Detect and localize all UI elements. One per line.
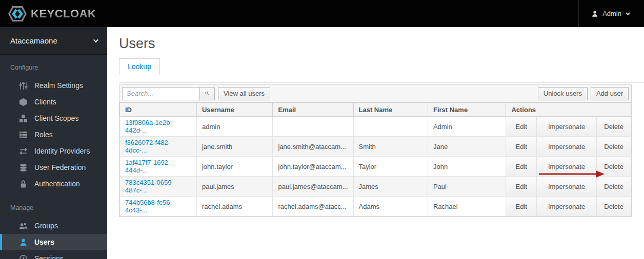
cell-lastname — [353, 117, 428, 137]
search-button[interactable] — [199, 87, 215, 100]
cell-email: john.taylor@ataccam... — [273, 157, 353, 177]
edit-action[interactable]: Edit — [506, 137, 537, 157]
edit-action[interactable]: Edit — [506, 197, 537, 217]
users-table-block: View all users Unlock users Add user ID … — [119, 84, 632, 217]
page-title: Users — [119, 36, 644, 52]
delete-action[interactable]: Delete — [597, 117, 631, 137]
cell-firstname: Jane — [428, 137, 506, 157]
sidebar-item-groups[interactable]: Groups — [0, 218, 107, 234]
user-id-link[interactable]: 1af417f7-1692-444d-... — [125, 159, 170, 174]
database-icon — [19, 163, 28, 172]
realm-selector[interactable]: Ataccamaone — [0, 27, 107, 55]
cell-lastname: James — [353, 177, 428, 197]
sidebar: Ataccamaone Configure Realm Settings Cli… — [0, 27, 107, 259]
impersonate-action[interactable]: Impersonate — [536, 137, 596, 157]
sidebar-item-identity-providers[interactable]: Identity Providers — [0, 143, 107, 159]
realm-name: Ataccamaone — [10, 36, 57, 45]
table-toolbar: View all users Unlock users Add user — [119, 85, 631, 102]
table-row: 1af417f7-1692-444d-... john.taylor john.… — [120, 157, 631, 177]
sidebar-item-label: Authentication — [34, 180, 80, 188]
edit-action[interactable]: Edit — [506, 157, 537, 177]
user-menu[interactable]: Admin — [578, 0, 644, 27]
chevron-down-icon — [93, 37, 98, 42]
sidebar-item-label: User Federation — [34, 163, 86, 171]
user-id-link[interactable]: f3626072-f482-4dcc-... — [125, 139, 170, 154]
impersonate-action[interactable]: Impersonate — [536, 197, 596, 217]
tabs-divider — [119, 82, 644, 83]
cell-email: jane.smith@ataccam... — [273, 137, 353, 157]
delete-action[interactable]: Delete — [597, 177, 631, 197]
sidebar-item-label: Identity Providers — [34, 147, 90, 155]
sidebar-item-users[interactable]: Users — [0, 234, 107, 250]
search-icon — [205, 90, 209, 97]
sidebar-item-user-federation[interactable]: User Federation — [0, 159, 107, 176]
impersonate-action[interactable]: Impersonate — [536, 177, 596, 197]
edit-action[interactable]: Edit — [506, 117, 537, 137]
col-header-lastname: Last Name — [353, 103, 428, 117]
table-row: 744b56b8-fe56-4c43-... rachel.adams rach… — [120, 197, 631, 217]
keycloak-logo-icon — [7, 5, 28, 23]
sidebar-item-label: Users — [34, 238, 54, 246]
search-input[interactable] — [122, 87, 200, 100]
cell-lastname: Taylor — [353, 157, 428, 177]
users-table: ID Username Email Last Name First Name A… — [119, 102, 631, 217]
impersonate-action[interactable]: Impersonate — [536, 157, 596, 177]
add-user-button[interactable]: Add user — [591, 87, 629, 100]
sidebar-item-label: Realm Settings — [34, 81, 83, 90]
table-row: 783c4351-0659-487c-... paul.james paul.j… — [120, 177, 631, 197]
chevron-down-icon — [626, 11, 630, 15]
cell-lastname: Smith — [353, 137, 428, 157]
sidebar-item-clients[interactable]: Clients — [0, 94, 107, 110]
cube-icon — [19, 98, 28, 106]
sidebar-item-label: Clients — [34, 98, 56, 106]
tab-bar: Lookup — [119, 58, 644, 75]
col-header-actions: Actions — [506, 103, 631, 117]
user-id-link[interactable]: 783c4351-0659-487c-... — [125, 179, 174, 194]
edit-action[interactable]: Edit — [506, 177, 537, 197]
view-all-users-button[interactable]: View all users — [218, 87, 270, 100]
section-label-manage: Manage — [0, 192, 107, 218]
sidebar-item-realm-settings[interactable]: Realm Settings — [0, 77, 107, 94]
delete-action[interactable]: Delete — [597, 137, 631, 157]
sidebar-item-roles[interactable]: Roles — [0, 126, 107, 143]
sidebar-item-label: Groups — [34, 222, 58, 230]
cell-firstname: Admin — [428, 117, 506, 137]
sidebar-item-label: Sessions — [34, 254, 64, 259]
users-group-icon — [19, 222, 28, 230]
list-icon — [19, 131, 28, 139]
cell-lastname: Adams — [353, 197, 428, 217]
exchange-icon — [19, 147, 28, 156]
table-row: f3626072-f482-4dcc-... jane.smith jane.s… — [120, 137, 631, 157]
section-label-configure: Configure — [0, 55, 107, 77]
unlock-users-button[interactable]: Unlock users — [538, 87, 588, 100]
cell-username: jane.smith — [196, 137, 273, 157]
col-header-id: ID — [120, 103, 197, 117]
cell-email: rachel.adams@atacc... — [273, 197, 353, 217]
delete-action[interactable]: Delete — [597, 157, 631, 177]
cell-firstname: Paul — [428, 177, 506, 197]
table-row: 13f9806a-1e2b-442d-... admin Admin Edit … — [120, 117, 631, 137]
user-menu-label: Admin — [602, 10, 621, 17]
col-header-username: Username — [196, 103, 273, 117]
sidebar-item-authentication[interactable]: Authentication — [0, 176, 107, 192]
user-id-link[interactable]: 744b56b8-fe56-4c43-... — [125, 199, 172, 214]
sidebar-item-client-scopes[interactable]: Client Scopes — [0, 110, 107, 126]
lock-icon — [19, 180, 28, 188]
top-navbar: KEYCLOAK Admin — [0, 0, 644, 27]
table-header-row: ID Username Email Last Name First Name A… — [120, 103, 631, 117]
cell-email: paul.james@ataccam... — [273, 177, 353, 197]
col-header-email: Email — [273, 103, 353, 117]
user-id-link[interactable]: 13f9806a-1e2b-442d-... — [125, 119, 172, 134]
user-icon — [591, 10, 598, 17]
delete-action[interactable]: Delete — [597, 197, 631, 217]
impersonate-action[interactable]: Impersonate — [536, 117, 596, 137]
tab-lookup[interactable]: Lookup — [119, 58, 160, 75]
cell-email — [273, 117, 353, 137]
brand-text: KEYCLOAK — [31, 7, 96, 20]
keycloak-brand[interactable]: KEYCLOAK — [0, 5, 96, 23]
col-header-firstname: First Name — [428, 103, 506, 117]
sidebar-item-label: Client Scopes — [34, 114, 78, 122]
sliders-icon — [19, 81, 28, 90]
sidebar-item-sessions[interactable]: Sessions — [0, 250, 107, 259]
cell-username: john.taylor — [196, 157, 273, 177]
